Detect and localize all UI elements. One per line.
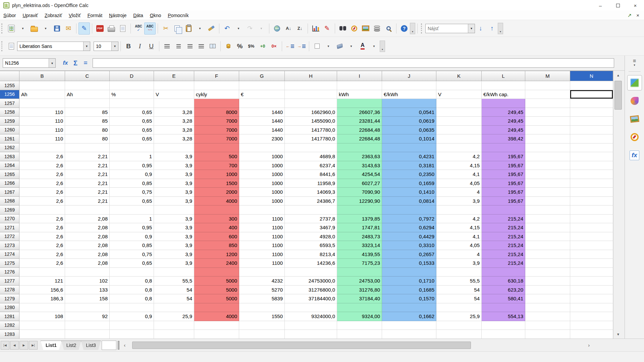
sidebar-tab-gallery[interactable] [627, 111, 642, 127]
cell-E1272[interactable]: 3,9 [154, 232, 194, 241]
format-paintbrush-button[interactable] [206, 22, 217, 35]
cell-G1256[interactable]: € [239, 90, 285, 99]
cell-J1278[interactable]: 0,1685 [382, 286, 436, 295]
cell-K1265[interactable]: 4,1 [436, 170, 482, 179]
cell-C1264[interactable]: 2,21 [65, 161, 110, 170]
cell-F1283[interactable] [194, 330, 239, 339]
cell-B1261[interactable]: 110 [19, 134, 65, 143]
cell-H1270[interactable]: 2737,8 [285, 215, 337, 224]
cell-E1266[interactable]: 3,9 [154, 179, 194, 188]
cell-E1277[interactable]: 55,5 [154, 277, 194, 286]
menu-nastroje[interactable]: Nástroje [106, 11, 130, 19]
cell-G1271[interactable]: 1100 [239, 223, 285, 232]
cell-G1272[interactable]: 1100 [239, 232, 285, 241]
cell-I1264[interactable]: 3143,63 [337, 161, 382, 170]
cell-I1277[interactable]: 24753,00 [337, 277, 382, 286]
menu-data[interactable]: Dáta [130, 11, 147, 19]
cell-G1261[interactable]: 2300 [239, 134, 285, 143]
cell-L1260[interactable]: 249,45 [482, 126, 525, 135]
toolbar-grip[interactable] [1, 23, 3, 34]
cell-H1262[interactable] [285, 143, 337, 153]
cell-D1259[interactable]: 0,65 [110, 117, 154, 126]
cell-M1270[interactable] [525, 215, 570, 224]
cell-F1273[interactable]: 850 [194, 241, 239, 250]
cell-I1269[interactable] [337, 205, 382, 215]
cell-B1256[interactable]: Ah [19, 90, 65, 99]
cell-K1257[interactable] [436, 99, 482, 108]
cell-K1263[interactable]: 4,2 [436, 152, 482, 161]
cell-K1280[interactable] [436, 303, 482, 312]
cell-F1272[interactable]: 600 [194, 232, 239, 241]
cell-C1267[interactable]: 2,21 [65, 188, 110, 197]
cell-C1263[interactable]: 2,21 [65, 152, 110, 161]
sort-ascending-button[interactable]: A↓ [283, 22, 294, 35]
cell-D1263[interactable]: 1 [110, 152, 154, 161]
cell-M1262[interactable] [525, 143, 570, 153]
font-color-dropdown[interactable]: ▾ [368, 40, 380, 52]
zoom-button[interactable] [383, 22, 394, 35]
cell-G1266[interactable]: 1000 [239, 179, 285, 188]
bold-button[interactable]: B [123, 40, 134, 52]
cell-J1258[interactable]: 0,0541 [382, 108, 436, 117]
menu-subor[interactable]: Súbor [0, 11, 19, 19]
cell-N1272[interactable] [570, 232, 613, 241]
maximize-button[interactable] [609, 0, 627, 11]
cell-H1257[interactable] [285, 99, 337, 108]
cell-H1265[interactable]: 8441,6 [285, 170, 337, 179]
cell-I1276[interactable] [337, 268, 382, 277]
cell-D1274[interactable]: 0,75 [110, 250, 154, 259]
cell-J1263[interactable]: 0,4231 [382, 152, 436, 161]
cell-D1280[interactable] [110, 303, 154, 312]
standard-format-button[interactable]: $% [246, 40, 257, 52]
cell-B1255[interactable] [19, 81, 65, 90]
cell-L1276[interactable] [482, 268, 525, 277]
new-document-dropdown[interactable]: ▾ [17, 22, 29, 35]
cell-I1260[interactable]: 22684,48 [337, 126, 382, 135]
cell-D1281[interactable]: 0,9 [110, 312, 154, 321]
cell-H1271[interactable]: 3467,9 [285, 223, 337, 232]
cell-L1256[interactable]: €/kWh cap. [482, 90, 525, 99]
cell-L1269[interactable] [482, 205, 525, 215]
cell-G1255[interactable] [239, 81, 285, 90]
hscroll-right-button[interactable]: › [585, 341, 593, 350]
print-button[interactable] [106, 22, 117, 35]
cell-B1283[interactable] [19, 330, 65, 339]
cell-F1279[interactable]: 5000 [194, 294, 239, 303]
cell-M1275[interactable] [525, 259, 570, 268]
cell-D1277[interactable]: 0,8 [110, 277, 154, 286]
cell-L1258[interactable]: 249,45 [482, 108, 525, 117]
cell-M1257[interactable] [525, 99, 570, 108]
cell-K1262[interactable] [436, 143, 482, 153]
cell-H1279[interactable]: 37184400,0 [285, 294, 337, 303]
cell-N1282[interactable] [570, 321, 613, 330]
align-right-button[interactable] [184, 40, 196, 52]
cell-I1270[interactable]: 1379,85 [337, 215, 382, 224]
column-header-N[interactable]: N [570, 71, 613, 81]
cell-L1274[interactable]: 215,24 [482, 250, 525, 259]
cell-I1262[interactable] [337, 143, 382, 153]
cell-B1278[interactable]: 156,6 [19, 286, 65, 295]
column-header-B[interactable]: B [19, 71, 65, 81]
cell-E1267[interactable]: 3,9 [154, 188, 194, 197]
decrease-indent-button[interactable]: ← [284, 40, 296, 52]
row-header-1283[interactable]: 1283 [0, 330, 19, 339]
cell-D1260[interactable]: 0,65 [110, 126, 154, 135]
cell-G1269[interactable] [239, 205, 285, 215]
cell-G1268[interactable]: 1000 [239, 197, 285, 206]
column-header-L[interactable]: L [482, 71, 525, 81]
cell-K1279[interactable]: 54 [436, 294, 482, 303]
column-header-M[interactable]: M [525, 71, 570, 81]
cell-M1264[interactable] [525, 161, 570, 170]
cell-C1277[interactable]: 102 [65, 277, 110, 286]
cell-J1256[interactable]: €/kWh [382, 90, 436, 99]
cell-M1278[interactable] [525, 286, 570, 295]
cell-D1269[interactable] [110, 205, 154, 215]
cell-J1283[interactable] [382, 330, 436, 339]
cell-B1265[interactable]: 2,6 [19, 170, 65, 179]
cell-H1281[interactable]: 9324000,0 [285, 312, 337, 321]
cell-M1283[interactable] [525, 330, 570, 339]
sheet-tab-list3[interactable]: List3 [81, 341, 101, 350]
cell-F1268[interactable]: 4000 [194, 197, 239, 206]
currency-format-button[interactable] [223, 40, 234, 52]
find-replace-button[interactable] [337, 22, 348, 35]
